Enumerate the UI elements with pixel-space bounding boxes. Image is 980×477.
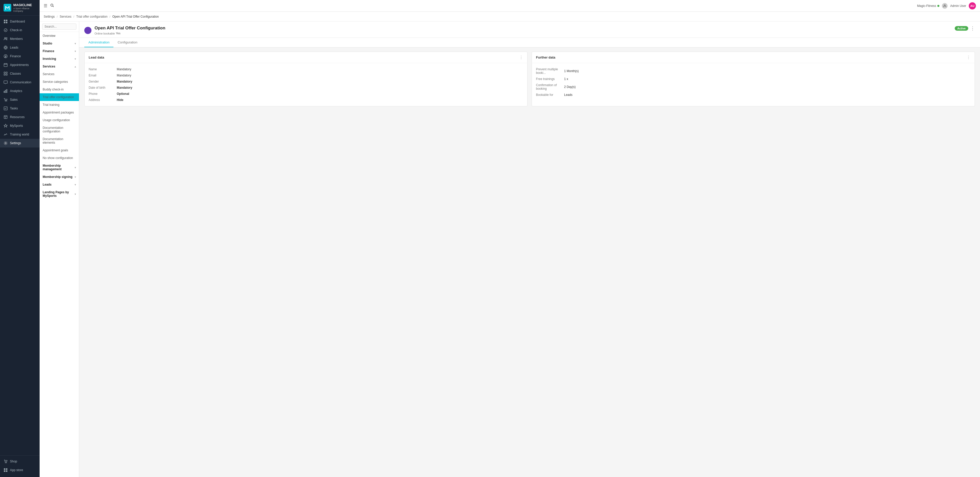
svg-point-41 [51,4,53,6]
sidebar-label: MySports [10,124,23,128]
sidebar-item-tasks[interactable]: Tasks [0,104,40,113]
chevron-down-icon: ▾ [75,50,76,53]
breadcrumb-services[interactable]: Services [59,15,71,18]
sec-nav-leads-label: Leads [43,183,52,187]
lead-data-card-menu-button[interactable]: ⋮ [519,55,523,60]
sec-nav-doc-config[interactable]: Documentation configuration [40,124,79,135]
table-row: Bookable for Leads [536,92,970,98]
sec-nav-leads[interactable]: Leads ▾ [40,181,79,188]
sidebar-item-classes[interactable]: Classes [0,69,40,78]
more-options-button[interactable]: ⋮ [970,26,975,31]
search-input[interactable] [42,24,76,30]
hamburger-button[interactable]: ☰ [44,3,47,8]
tab-administration[interactable]: Administration [84,38,113,47]
user-avatar: AU [969,2,976,10]
top-bar: ☰ Magic-Fitness Admin User AU [40,0,980,12]
logo: MAGICLINE A Sport Alliance Company [0,0,40,16]
sidebar-item-analytics[interactable]: Analytics [0,87,40,95]
svg-rect-4 [6,22,7,23]
sec-nav-no-show[interactable]: No show configuration [40,154,79,162]
company-label: Magic-Fitness [917,4,936,8]
chevron-down-icon: ▾ [75,193,76,196]
sidebar-item-leads[interactable]: Leads [0,43,40,52]
further-data-card-body: Prevent multiple booki... 1 Month(s) Fre… [532,63,975,101]
search-button[interactable] [50,3,54,8]
sec-nav-landing-pages[interactable]: Landing Pages by MySports ▾ [40,188,79,199]
sidebar-label: Shop [10,459,17,463]
sidebar-item-training-world[interactable]: Training world [0,130,40,139]
cards-area: Lead data ⋮ Name Mandatory Email Mandato… [79,48,980,110]
sec-nav-landing-pages-label: Landing Pages by MySports [43,190,75,198]
svg-point-34 [5,142,6,144]
page-header: Open API Trial Offer Configuration Onlin… [79,21,980,38]
sidebar-item-members[interactable]: Members [0,35,40,43]
table-row: Email Mandatory [89,72,523,78]
svg-rect-24 [4,91,5,93]
table-row: Free trainings 1 x [536,76,970,82]
sidebar-label: Check-in [10,29,22,32]
sidebar-item-communication[interactable]: Communication [0,78,40,87]
sidebar-item-settings[interactable]: Settings [0,139,40,147]
sidebar-item-finance[interactable]: Finance [0,52,40,61]
svg-point-36 [6,463,6,463]
main-sidebar: MAGICLINE A Sport Alliance Company Dashb… [0,0,40,477]
company-name: Magic-Fitness [917,4,940,8]
main-content: Open API Trial Offer Configuration Onlin… [79,21,980,477]
further-data-card-title: Further data [536,56,555,59]
sec-nav-overview[interactable]: Overview [40,32,79,40]
secondary-sidebar: Overview Studio ▾ Finance ▾ Invoicing ▾ … [40,21,79,477]
sidebar-item-appointments[interactable]: Appointments [0,61,40,69]
sidebar-item-mysports[interactable]: MySports [0,121,40,130]
svg-point-28 [6,101,7,101]
sec-nav-invoicing[interactable]: Invoicing ▾ [40,55,79,63]
sec-nav-doc-elements[interactable]: Documentation elements [40,135,79,147]
sidebar-label: Analytics [10,89,22,93]
sec-nav-invoicing-label: Invoicing [43,57,56,61]
table-row: Gender Mandatory [89,78,523,85]
sidebar-nav: Dashboard Check-in Members Leads Finance… [0,16,40,455]
svg-rect-1 [4,20,5,21]
chevron-up-icon: ▴ [75,65,76,68]
svg-rect-0 [3,4,11,11]
tab-configuration[interactable]: Configuration [113,38,141,47]
table-row: Confirmation of booking 2 Day(s) [536,82,970,92]
svg-rect-3 [4,22,5,23]
sec-nav-studio[interactable]: Studio ▾ [40,40,79,47]
breadcrumb: Settings / Services / Trial offer config… [40,12,980,21]
sec-nav-service-categories[interactable]: Service categories [40,78,79,86]
svg-rect-20 [4,72,5,73]
breadcrumb-settings[interactable]: Settings [44,15,55,18]
sidebar-label: Members [10,37,23,41]
sidebar-item-resources[interactable]: Resources [0,113,40,121]
svg-rect-39 [4,471,5,472]
sidebar-label: Resources [10,115,24,119]
svg-rect-16 [4,64,7,67]
table-row: Date of birth Mandatory [89,85,523,91]
sec-nav-trial-training[interactable]: Trial training [40,101,79,108]
further-data-card-menu-button[interactable]: ⋮ [966,55,970,60]
sec-nav-buddy-checkin[interactable]: Buddy check-in [40,86,79,93]
sec-nav-membership-signing[interactable]: Membership signing ▾ [40,173,79,181]
svg-rect-21 [6,72,7,73]
online-bookable-value: Yes [116,32,121,35]
sidebar-item-checkin[interactable]: Check-in [0,26,40,35]
sidebar-label: Settings [10,141,21,145]
sec-nav-usage-config[interactable]: Usage configuration [40,116,79,124]
sec-nav-services-item[interactable]: Services [40,70,79,78]
sidebar-item-dashboard[interactable]: Dashboard [0,17,40,26]
chevron-down-icon: ▾ [75,57,76,60]
user-name: Admin User [950,4,966,8]
table-row: Address Hide [89,97,523,103]
lead-data-card-title: Lead data [89,56,104,59]
sec-nav-appointment-goals[interactable]: Appointment goals [40,147,79,154]
sec-nav-membership-mgmt[interactable]: Membership management ▾ [40,162,79,173]
svg-point-7 [6,38,7,38]
sec-nav-trial-offer-config[interactable]: Trial offer configuration [40,93,79,101]
sec-nav-appointment-packages[interactable]: Appointment packages [40,108,79,116]
breadcrumb-trial-config[interactable]: Trial offer configuration [76,15,108,18]
sec-nav-services[interactable]: Services ▴ [40,63,79,70]
sec-nav-finance[interactable]: Finance ▾ [40,47,79,55]
sidebar-item-appstore[interactable]: App store [0,466,40,474]
sidebar-item-sales[interactable]: Sales [0,95,40,104]
sidebar-item-shop[interactable]: Shop [0,457,40,466]
